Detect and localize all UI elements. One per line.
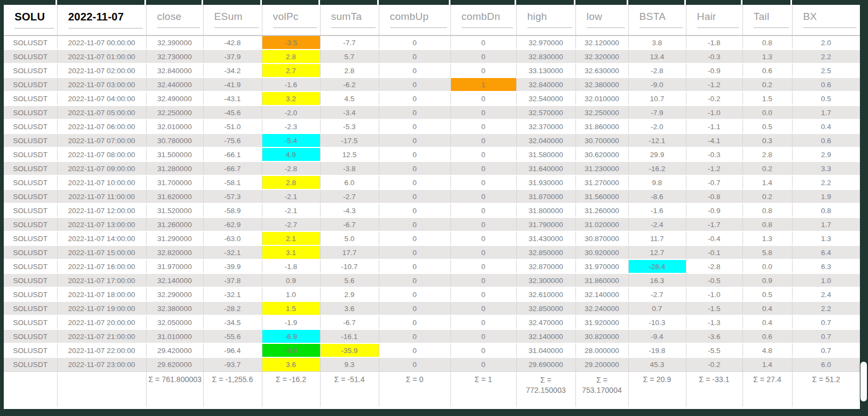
column-header-sumta[interactable]: sumTa [320,5,379,36]
column-header-hair[interactable]: Hair [686,5,742,36]
cell-low[interactable]: 31.020000 [575,217,628,231]
cell-volpc[interactable]: -6.9 [262,329,320,343]
cell-bsta[interactable]: 10.7 [628,91,686,105]
cell-low[interactable]: 32.630000 [575,64,628,77]
cell-combup[interactable]: 0 [379,133,450,147]
cell-high[interactable]: 29.690000 [516,357,575,371]
cell-sumta[interactable]: 9.3 [320,357,379,371]
cell-combup[interactable]: 0 [379,64,450,77]
cell-bsta[interactable]: 11.7 [628,231,686,245]
summary-cell-symbol[interactable] [4,371,57,407]
cell-close[interactable]: 32.050000 [146,315,203,329]
cell-datetime[interactable]: 2022-11-07 22:00:00 [57,343,146,357]
column-header-volpc[interactable]: volPc [262,5,320,36]
cell-bx[interactable]: 0.8 [792,203,860,217]
cell-close[interactable]: 29.620000 [146,357,203,371]
cell-bsta[interactable]: 29.9 [628,147,686,161]
cell-volpc[interactable]: -1.9 [262,315,320,329]
cell-tail[interactable]: 1.3 [742,231,792,245]
cell-close[interactable]: 32.820000 [146,245,203,259]
cell-combdn[interactable]: 0 [450,147,516,161]
cell-esum[interactable]: -34.5 [203,315,262,329]
cell-bsta[interactable]: 3.8 [628,36,686,50]
cell-esum[interactable]: -62.9 [203,217,262,231]
cell-datetime[interactable]: 2022-11-07 15:00:00 [57,245,146,259]
cell-tail[interactable]: 0.8 [742,217,792,231]
cell-combdn[interactable]: 0 [450,50,516,64]
cell-datetime[interactable]: 2022-11-07 11:00:00 [57,189,146,203]
cell-high[interactable]: 32.850000 [516,301,575,315]
cell-sumta[interactable]: -16.1 [320,329,379,343]
cell-bx[interactable]: 1.9 [792,189,860,203]
cell-esum[interactable]: -63.0 [203,231,262,245]
summary-cell-close[interactable]: Σ = 761.800003 [146,371,203,407]
cell-low[interactable]: 31.920000 [575,315,628,329]
cell-bsta[interactable]: -8.6 [628,189,686,203]
cell-bsta[interactable]: -9.4 [628,329,686,343]
cell-low[interactable]: 32.380000 [575,77,628,91]
cell-bx[interactable]: 1.3 [792,231,860,245]
cell-esum[interactable]: -45.6 [203,105,262,119]
cell-combup[interactable]: 0 [379,329,450,343]
cell-sumta[interactable]: -17.5 [320,133,379,147]
cell-combup[interactable]: 0 [379,287,450,301]
cell-low[interactable]: 31.230000 [575,161,628,175]
cell-datetime[interactable]: 2022-11-07 08:00:00 [57,147,146,161]
cell-bsta[interactable]: -2.7 [628,287,686,301]
cell-combup[interactable]: 0 [379,50,450,64]
column-header-low[interactable]: low [575,5,628,36]
cell-combup[interactable]: 0 [379,203,450,217]
cell-close[interactable]: 32.390000 [146,36,203,50]
cell-esum[interactable]: -75.6 [203,133,262,147]
cell-close[interactable]: 31.280000 [146,161,203,175]
cell-combdn[interactable]: 0 [450,189,516,203]
cell-combdn[interactable]: 0 [450,245,516,259]
cell-esum[interactable]: -42.8 [203,36,262,50]
cell-volpc[interactable]: 3.2 [262,91,320,105]
summary-cell-volpc[interactable]: Σ = -16.2 [262,371,320,407]
cell-symbol[interactable]: SOLUSDT [4,273,57,287]
cell-sumta[interactable]: -4.3 [320,203,379,217]
cell-tail[interactable]: 1.5 [742,91,792,105]
cell-combup[interactable]: 0 [379,273,450,287]
cell-volpc[interactable]: 0.9 [262,273,320,287]
cell-low[interactable]: 31.970000 [575,259,628,273]
cell-high[interactable]: 31.580000 [516,147,575,161]
cell-bx[interactable]: 1.7 [792,105,860,119]
cell-low[interactable]: 31.860000 [575,119,628,133]
cell-datetime[interactable]: 2022-11-07 16:00:00 [57,259,146,273]
cell-high[interactable]: 32.370000 [516,119,575,133]
cell-volpc[interactable]: 1.0 [262,287,320,301]
cell-sumta[interactable]: -3.8 [320,161,379,175]
cell-close[interactable]: 31.290000 [146,231,203,245]
cell-close[interactable]: 32.290000 [146,287,203,301]
cell-combup[interactable]: 0 [379,315,450,329]
cell-datetime[interactable]: 2022-11-07 10:00:00 [57,175,146,189]
cell-bsta[interactable]: 9.8 [628,175,686,189]
cell-sumta[interactable]: 17.7 [320,245,379,259]
cell-datetime[interactable]: 2022-11-07 18:00:00 [57,287,146,301]
cell-bx[interactable]: 0.6 [792,133,860,147]
cell-bx[interactable]: 1.0 [792,273,860,287]
cell-volpc[interactable]: 2.7 [262,64,320,77]
cell-datetime[interactable]: 2022-11-07 21:00:00 [57,329,146,343]
cell-volpc[interactable]: -2.0 [262,105,320,119]
cell-combdn[interactable]: 1 [450,77,516,91]
cell-esum[interactable]: -32.1 [203,245,262,259]
cell-datetime[interactable]: 2022-11-07 23:00:00 [57,357,146,371]
cell-combup[interactable]: 0 [379,91,450,105]
cell-combup[interactable]: 0 [379,77,450,91]
cell-combdn[interactable]: 0 [450,357,516,371]
column-header-esum[interactable]: ESum [203,5,262,36]
cell-low[interactable]: 30.820000 [575,329,628,343]
cell-bsta[interactable]: -9.0 [628,77,686,91]
cell-bsta[interactable]: -19.8 [628,343,686,357]
cell-symbol[interactable]: SOLUSDT [4,343,57,357]
cell-esum[interactable]: -28.2 [203,301,262,315]
cell-combdn[interactable]: 0 [450,273,516,287]
column-header-combdn[interactable]: combDn [450,5,516,36]
cell-volpc[interactable]: -3.5 [262,36,320,50]
cell-high[interactable]: 31.800000 [516,203,575,217]
cell-volpc[interactable]: -2.1 [262,189,320,203]
cell-high[interactable]: 32.140000 [516,329,575,343]
